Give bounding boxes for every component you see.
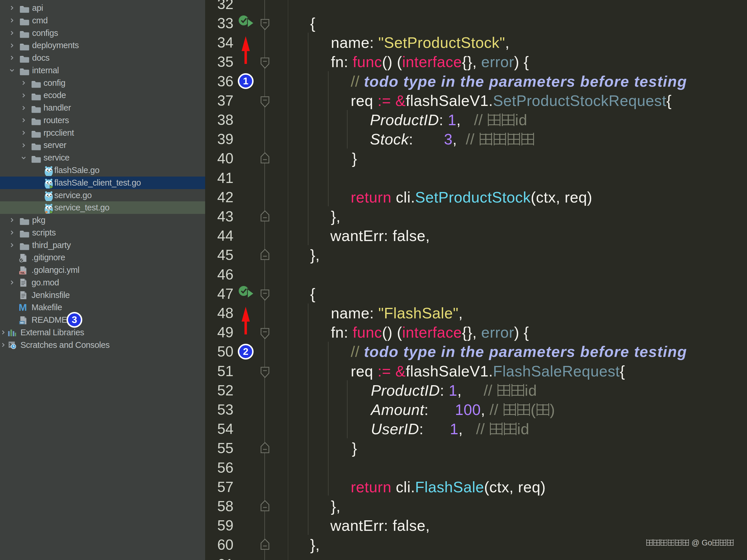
svg-text:MD: MD (20, 321, 24, 324)
svg-text:YML: YML (20, 271, 25, 274)
